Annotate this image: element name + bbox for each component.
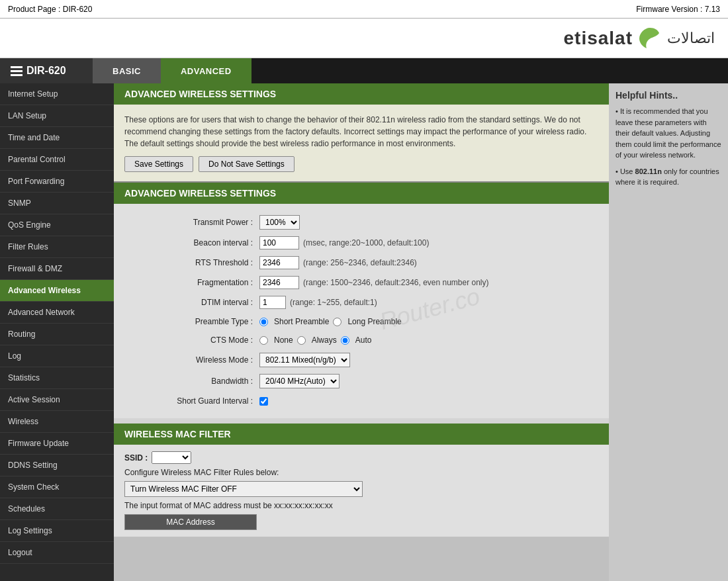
etisalat-icon	[638, 26, 662, 50]
nav-bar: DIR-620 BASIC ADVANCED	[0, 58, 728, 83]
rts-input[interactable]	[259, 256, 299, 269]
content-area: ADVANCED WIRELESS SETTINGS These options…	[114, 83, 609, 537]
cts-auto-radio[interactable]	[341, 336, 349, 345]
ssid-label: SSID :	[124, 453, 148, 463]
sidebar-item-log[interactable]: Log	[0, 345, 114, 367]
preamble-value: Short Preamble Long Preamble	[259, 317, 402, 326]
cts-label: CTS Mode :	[127, 335, 259, 345]
wireless-mode-label: Wireless Mode :	[127, 355, 259, 365]
beacon-interval-hint: (msec, range:20~1000, default:100)	[303, 238, 429, 247]
top-bar: Product Page : DIR-620 Firmware Version …	[0, 0, 728, 19]
brand-logo-lines	[11, 66, 23, 76]
settings-section-header: ADVANCED WIRELESS SETTINGS	[114, 183, 609, 204]
dtim-hint: (range: 1~255, default:1)	[290, 298, 377, 307]
preamble-long-label: Long Preamble	[347, 317, 401, 326]
sidebar-item-port-forwarding[interactable]: Port Forwarding	[0, 171, 114, 193]
hint1-text: • It is recommended that you leave these…	[615, 106, 721, 161]
preamble-row: Preamble Type : Short Preamble Long Prea…	[127, 312, 596, 331]
cts-row: CTS Mode : None Always Auto	[127, 331, 596, 349]
beacon-interval-value: (msec, range:20~1000, default:100)	[259, 236, 429, 249]
cts-none-radio[interactable]	[259, 336, 268, 345]
transmit-power-value: 100% 75% 50% 25%	[259, 215, 300, 230]
do-not-save-button[interactable]: Do Not Save Settings	[199, 156, 295, 172]
sidebar-item-firmware-update[interactable]: Firmware Update	[0, 433, 114, 455]
brand-logo: etisalat اتصالات	[564, 26, 715, 50]
mac-filter-select-row: Turn Wireless MAC Filter OFF Turn Wirele…	[124, 481, 598, 497]
preamble-long-radio[interactable]	[333, 318, 341, 326]
preamble-short-label: Short Preamble	[274, 317, 329, 326]
dtim-interval-row: DTIM interval : (range: 1~255, default:1…	[127, 292, 596, 312]
transmit-power-label: Transmit Power :	[127, 218, 259, 227]
sidebar-item-parental-control[interactable]: Parental Control	[0, 149, 114, 171]
sidebar-item-wireless[interactable]: Wireless	[0, 411, 114, 433]
sidebar-item-system-check[interactable]: System Check	[0, 476, 114, 498]
logo-etisalat-text: etisalat	[564, 28, 633, 49]
sidebar-item-statistics[interactable]: Statistics	[0, 367, 114, 389]
bandwidth-row: Bandwidth : 20/40 MHz(Auto) 20 MHz 40 MH…	[127, 371, 596, 392]
ssid-select[interactable]	[152, 451, 191, 464]
sidebar-item-qos-engine[interactable]: QoS Engine	[0, 214, 114, 236]
beacon-interval-input[interactable]	[259, 236, 299, 249]
cts-value: None Always Auto	[259, 335, 371, 345]
mac-format-text: The input format of MAC address must be …	[124, 501, 598, 510]
sidebar-item-firewall-&-dmz[interactable]: Firewall & DMZ	[0, 258, 114, 280]
cts-always-label: Always	[312, 335, 337, 345]
button-row: Save Settings Do Not Save Settings	[124, 156, 598, 172]
wireless-mode-row: Wireless Mode : 802.11 Mixed(n/g/b) 802.…	[127, 349, 596, 371]
preamble-short-radio[interactable]	[259, 318, 268, 326]
brand-area: DIR-620	[0, 58, 93, 83]
nav-tabs: BASIC ADVANCED	[93, 58, 251, 83]
cts-always-radio[interactable]	[297, 336, 306, 345]
mac-section: WIRELESS MAC FILTER SSID : Configure Wir…	[114, 424, 609, 537]
cts-auto-label: Auto	[355, 335, 372, 345]
fragmentation-row: Fragmentation : (range: 1500~2346, defau…	[127, 273, 596, 292]
hints-title: Helpful Hints..	[615, 90, 721, 101]
sidebar-item-filter-rules[interactable]: Filter Rules	[0, 236, 114, 258]
wireless-mode-select[interactable]: 802.11 Mixed(n/g/b) 802.11n only 802.11g…	[259, 353, 350, 367]
sidebar-item-advanced-network[interactable]: Advanced Network	[0, 302, 114, 324]
fragmentation-value: (range: 1500~2346, default:2346, even nu…	[259, 276, 489, 289]
logo-bar: etisalat اتصالات	[0, 19, 728, 58]
settings-section: ADVANCED WIRELESS SETTINGS Transmit Powe…	[114, 183, 609, 418]
hint2-bold: 802.11n	[635, 167, 662, 175]
short-guard-checkbox[interactable]	[259, 397, 268, 406]
tab-advanced[interactable]: ADVANCED	[161, 58, 251, 83]
hint2-text: • Use 802.11n only for countries where i…	[615, 166, 721, 188]
dtim-label: DTIM interval :	[127, 298, 259, 307]
short-guard-row: Short Guard Interval :	[127, 392, 596, 410]
product-page-label: Product Page : DIR-620	[8, 5, 92, 14]
cts-none-label: None	[274, 335, 293, 345]
sidebar-item-advanced-wireless[interactable]: Advanced Wireless	[0, 280, 114, 302]
transmit-power-select[interactable]: 100% 75% 50% 25%	[259, 215, 300, 230]
short-guard-value	[259, 397, 270, 406]
bandwidth-select[interactable]: 20/40 MHz(Auto) 20 MHz 40 MHz	[259, 374, 340, 388]
tab-basic[interactable]: BASIC	[93, 58, 161, 83]
dtim-value: (range: 1~255, default:1)	[259, 296, 377, 309]
sidebar-item-internet-setup[interactable]: Internet Setup	[0, 83, 114, 105]
sidebar-item-schedules[interactable]: Schedules	[0, 498, 114, 520]
sidebar: Internet SetupLAN SetupTime and DatePare…	[0, 83, 114, 581]
sidebar-item-time-and-date[interactable]: Time and Date	[0, 127, 114, 149]
beacon-interval-row: Beacon interval : (msec, range:20~1000, …	[127, 233, 596, 253]
dtim-input[interactable]	[259, 296, 286, 309]
sidebar-item-routing[interactable]: Routing	[0, 324, 114, 345]
bandwidth-value: 20/40 MHz(Auto) 20 MHz 40 MHz	[259, 374, 340, 388]
sidebar-item-snmp[interactable]: SNMP	[0, 193, 114, 214]
sidebar-item-lan-setup[interactable]: LAN Setup	[0, 105, 114, 127]
sidebar-item-logout[interactable]: Logout	[0, 542, 114, 564]
brand-model: DIR-620	[26, 65, 66, 77]
logo-arabic-text: اتصالات	[667, 30, 715, 47]
mac-filter-select[interactable]: Turn Wireless MAC Filter OFF Turn Wirele…	[124, 481, 363, 497]
ssid-row: SSID :	[124, 451, 598, 464]
section-header: ADVANCED WIRELESS SETTINGS	[114, 83, 609, 105]
settings-table: Transmit Power : 100% 75% 50% 25%	[114, 204, 609, 418]
content-wrapper: Router.co ADVANCED WIRELESS SETTINGS The…	[114, 83, 609, 581]
sidebar-item-active-session[interactable]: Active Session	[0, 389, 114, 411]
fragmentation-input[interactable]	[259, 276, 299, 289]
save-settings-button[interactable]: Save Settings	[124, 156, 193, 172]
sidebar-item-ddns-setting[interactable]: DDNS Setting	[0, 455, 114, 476]
fragmentation-label: Fragmentation :	[127, 278, 259, 287]
mac-body: SSID : Configure Wireless MAC Filter Rul…	[114, 445, 609, 537]
mac-section-header: WIRELESS MAC FILTER	[114, 424, 609, 445]
sidebar-item-log-settings[interactable]: Log Settings	[0, 520, 114, 542]
